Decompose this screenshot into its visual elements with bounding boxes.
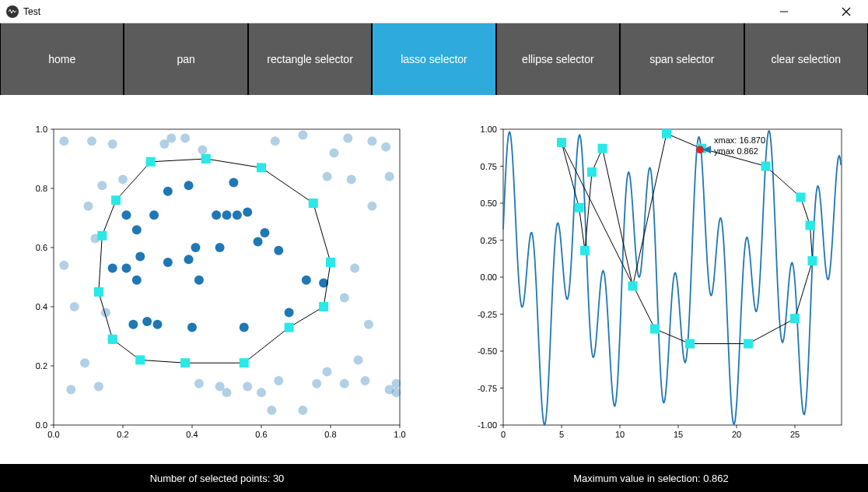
lasso-handle[interactable] bbox=[111, 195, 121, 205]
window-title: Test bbox=[23, 6, 40, 17]
toolbar-label: clear selection bbox=[771, 53, 841, 65]
svg-text:1.0: 1.0 bbox=[36, 125, 47, 134]
lasso-handle[interactable] bbox=[309, 199, 318, 208]
scatter-point bbox=[212, 210, 221, 220]
scatter-point bbox=[274, 376, 283, 385]
svg-text:-0.75: -0.75 bbox=[478, 384, 497, 393]
lasso-handle[interactable] bbox=[662, 129, 671, 139]
scatter-point bbox=[132, 225, 142, 234]
scatter-point bbox=[128, 320, 138, 329]
lasso-handle[interactable] bbox=[319, 302, 328, 311]
toolbar: home pan rectangle selector lasso select… bbox=[0, 23, 868, 95]
scatter-point bbox=[66, 385, 75, 394]
svg-text:20: 20 bbox=[732, 430, 741, 439]
toolbar-span-selector[interactable]: span selector bbox=[621, 23, 743, 95]
scatter-point bbox=[163, 258, 173, 267]
lasso-handle[interactable] bbox=[201, 154, 211, 163]
lasso-handle[interactable] bbox=[180, 358, 190, 367]
lasso-handle[interactable] bbox=[240, 358, 249, 367]
lasso-handle[interactable] bbox=[94, 287, 103, 297]
lasso-handle[interactable] bbox=[257, 163, 266, 172]
scatter-point bbox=[381, 142, 390, 152]
scatter-point bbox=[240, 323, 249, 332]
scatter-point bbox=[343, 133, 352, 142]
svg-text:0.2: 0.2 bbox=[117, 430, 128, 439]
status-max-value: Maximum value in selection: 0.862 bbox=[434, 464, 868, 492]
scatter-point bbox=[233, 210, 242, 220]
scatter-point bbox=[194, 276, 204, 285]
lasso-handle[interactable] bbox=[598, 144, 607, 153]
svg-text:0.8: 0.8 bbox=[36, 184, 47, 193]
lasso-handle[interactable] bbox=[557, 138, 566, 147]
lasso-handle[interactable] bbox=[285, 323, 294, 332]
scatter-point bbox=[194, 379, 204, 388]
svg-text:0.4: 0.4 bbox=[36, 302, 47, 311]
lasso-handle[interactable] bbox=[108, 335, 117, 344]
scatter-point bbox=[70, 302, 79, 311]
scatter-point bbox=[97, 181, 107, 190]
scatter-point bbox=[354, 355, 363, 364]
svg-text:10: 10 bbox=[615, 430, 625, 439]
toolbar-ellipse-selector[interactable]: ellipse selector bbox=[497, 23, 619, 95]
scatter-point bbox=[184, 181, 194, 190]
lasso-handle[interactable] bbox=[796, 192, 806, 202]
maximize-button[interactable] bbox=[800, 1, 831, 23]
lasso-handle[interactable] bbox=[685, 339, 695, 349]
lasso-handle[interactable] bbox=[650, 325, 660, 334]
toolbar-pan[interactable]: pan bbox=[124, 23, 247, 95]
scatter-point bbox=[121, 210, 131, 220]
app-icon bbox=[6, 5, 19, 18]
lasso-handle[interactable] bbox=[628, 281, 638, 290]
lasso-handle[interactable] bbox=[808, 256, 817, 265]
svg-text:5: 5 bbox=[559, 430, 564, 439]
scatter-point bbox=[392, 388, 401, 397]
line-plot[interactable]: 0510152025-1.00-0.75-0.50-0.250.000.250.… bbox=[450, 106, 860, 464]
lasso-handle[interactable] bbox=[806, 221, 815, 230]
scatter-point bbox=[298, 131, 307, 140]
toolbar-home[interactable]: home bbox=[1, 23, 123, 95]
scatter-point bbox=[191, 243, 200, 252]
scatter-point bbox=[274, 246, 283, 255]
lasso-handle[interactable] bbox=[326, 258, 335, 267]
lasso-outline[interactable] bbox=[99, 159, 331, 363]
lasso-handle[interactable] bbox=[790, 314, 800, 323]
scatter-plot[interactable]: 0.00.20.40.60.81.00.00.20.40.60.81.0 bbox=[8, 106, 418, 464]
minimize-icon bbox=[779, 7, 789, 16]
toolbar-label: span selector bbox=[649, 53, 714, 65]
scatter-point bbox=[121, 264, 131, 273]
scatter-point bbox=[87, 136, 96, 146]
scatter-point bbox=[271, 136, 280, 146]
minimize-button[interactable] bbox=[768, 1, 800, 23]
toolbar-lasso-selector[interactable]: lasso selector bbox=[373, 23, 495, 95]
scatter-point bbox=[198, 146, 207, 155]
scatter-point bbox=[312, 379, 321, 388]
scatter-point bbox=[166, 133, 176, 142]
lasso-outline[interactable] bbox=[562, 134, 813, 344]
title-bar: Test bbox=[0, 0, 868, 23]
close-button[interactable] bbox=[831, 1, 862, 23]
svg-text:0.8: 0.8 bbox=[324, 430, 336, 439]
lasso-handle[interactable] bbox=[744, 339, 753, 349]
toolbar-clear-selection[interactable]: clear selection bbox=[745, 23, 867, 95]
svg-text:0.6: 0.6 bbox=[36, 243, 47, 252]
scatter-point bbox=[260, 228, 269, 237]
scatter-point bbox=[135, 251, 145, 261]
svg-text:0.75: 0.75 bbox=[481, 162, 497, 171]
lasso-handle[interactable] bbox=[580, 246, 590, 255]
lasso-handle[interactable] bbox=[587, 167, 597, 177]
status-selected-count: Number of selected points: 30 bbox=[0, 464, 434, 492]
lasso-handle[interactable] bbox=[146, 157, 156, 167]
scatter-point bbox=[94, 382, 103, 392]
svg-text:15: 15 bbox=[674, 430, 683, 439]
toolbar-rectangle-selector[interactable]: rectangle selector bbox=[249, 23, 371, 95]
scatter-point bbox=[298, 406, 307, 415]
lasso-handle[interactable] bbox=[575, 203, 584, 213]
lasso-handle[interactable] bbox=[761, 162, 771, 171]
scatter-point bbox=[132, 276, 142, 285]
lasso-handle[interactable] bbox=[97, 231, 107, 241]
scatter-point bbox=[340, 379, 349, 388]
toolbar-label: rectangle selector bbox=[267, 53, 353, 65]
scatter-point bbox=[364, 320, 373, 329]
scatter-point bbox=[323, 367, 332, 377]
lasso-handle[interactable] bbox=[135, 355, 145, 364]
